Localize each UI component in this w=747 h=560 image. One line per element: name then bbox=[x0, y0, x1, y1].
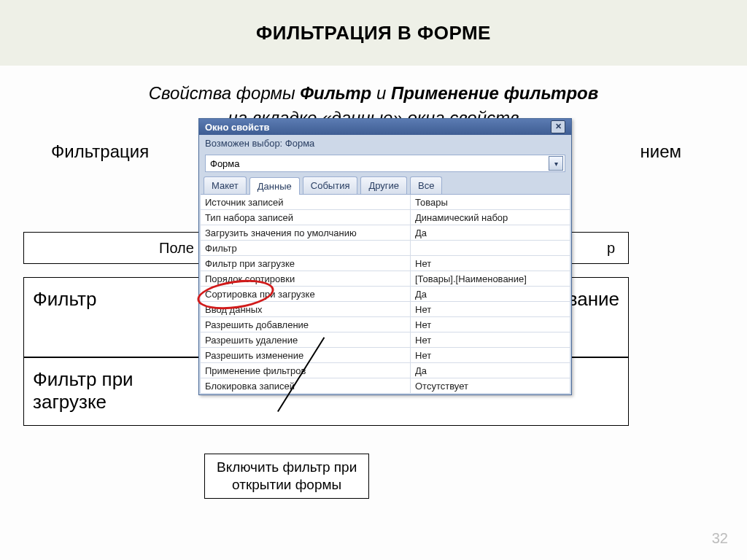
callout-box: Включить фильтр при открытии формы bbox=[204, 454, 369, 499]
property-row[interactable]: Блокировка записейОтсутствует bbox=[201, 378, 570, 393]
tab-события[interactable]: События bbox=[303, 176, 358, 194]
bg-header-cell-right: р bbox=[607, 240, 615, 257]
property-value[interactable]: Да bbox=[411, 289, 570, 300]
intro-text: Свойства формы bbox=[149, 83, 301, 103]
window-titlebar[interactable]: Окно свойств ✕ bbox=[199, 119, 571, 135]
intro-line-1: Свойства формы Фильтр и Применение фильт… bbox=[0, 83, 747, 104]
chevron-down-icon[interactable]: ▾ bbox=[549, 156, 563, 171]
property-value[interactable]: Нет bbox=[411, 319, 570, 330]
property-key: Блокировка записей bbox=[201, 378, 411, 393]
property-key: Разрешить удаление bbox=[201, 332, 411, 347]
object-selector-combo[interactable]: Форма ▾ bbox=[205, 155, 565, 172]
property-value[interactable]: Нет bbox=[411, 258, 570, 269]
property-key: Разрешить изменение bbox=[201, 348, 411, 362]
bg-row-right: вание bbox=[568, 288, 619, 311]
property-key: Разрешить добавление bbox=[201, 317, 411, 332]
property-row[interactable]: Применение фильтровДа bbox=[201, 363, 570, 378]
property-row[interactable]: Сортировка при загрузкеДа bbox=[201, 287, 570, 302]
combo-value: Форма bbox=[210, 158, 240, 169]
property-key: Ввод данных bbox=[201, 302, 411, 316]
property-value[interactable]: Да bbox=[411, 228, 570, 238]
property-row[interactable]: Разрешить удалениеНет bbox=[201, 332, 570, 348]
property-value[interactable]: Динамический набор bbox=[411, 212, 570, 223]
property-value[interactable]: Товары bbox=[411, 197, 570, 208]
property-value[interactable]: [Товары].[Наименование] bbox=[411, 273, 570, 284]
property-key: Фильтр при загрузке bbox=[201, 256, 411, 271]
bg-row-label: Фильтр при загрузке bbox=[33, 368, 193, 413]
property-row[interactable]: Разрешить изменениеНет bbox=[201, 348, 570, 363]
window-title: Окно свойств bbox=[205, 122, 270, 133]
property-key: Загрузить значения по умолчанию bbox=[201, 225, 411, 240]
intro-text: и bbox=[371, 83, 391, 103]
intro-text-left: Фильтрация bbox=[51, 141, 149, 162]
intro-bold-filter: Фильтр bbox=[300, 83, 371, 103]
property-value[interactable]: Нет bbox=[411, 304, 570, 315]
slide-title: ФИЛЬТРАЦИЯ В ФОРМЕ bbox=[256, 22, 491, 44]
callout-text-line1: Включить фильтр при bbox=[217, 459, 357, 476]
tab-все[interactable]: Все bbox=[410, 176, 442, 194]
bg-header-cell: Поле bbox=[159, 240, 194, 257]
properties-window: Окно свойств ✕ Возможен выбор: Форма Фор… bbox=[198, 118, 572, 395]
property-value[interactable]: Отсутствует bbox=[411, 381, 570, 392]
property-key: Источник записей bbox=[201, 195, 411, 209]
property-key: Сортировка при загрузке bbox=[201, 287, 411, 301]
property-key: Фильтр bbox=[201, 241, 411, 255]
property-value[interactable]: Да bbox=[411, 365, 570, 376]
tab-другие[interactable]: Другие bbox=[360, 176, 407, 194]
window-subtitle: Возможен выбор: Форма bbox=[199, 135, 571, 152]
intro-bold-apply-filters: Применение фильтров bbox=[391, 83, 598, 103]
property-row[interactable]: Источник записейТовары bbox=[201, 195, 570, 210]
property-row[interactable]: Тип набора записейДинамический набор bbox=[201, 210, 570, 225]
tab-данные[interactable]: Данные bbox=[249, 177, 300, 195]
property-value[interactable]: Нет bbox=[411, 335, 570, 346]
properties-grid: Источник записейТоварыТип набора записей… bbox=[201, 194, 570, 393]
page-number: 32 bbox=[712, 530, 728, 547]
slide-title-bar: ФИЛЬТРАЦИЯ В ФОРМЕ bbox=[0, 0, 747, 66]
tab-strip: МакетДанныеСобытияДругиеВсе bbox=[199, 176, 571, 194]
property-row[interactable]: Порядок сортировки[Товары].[Наименование… bbox=[201, 271, 570, 287]
bg-row-label: Фильтр bbox=[33, 288, 96, 311]
property-row[interactable]: Загрузить значения по умолчаниюДа bbox=[201, 225, 570, 241]
property-row[interactable]: Разрешить добавлениеНет bbox=[201, 317, 570, 332]
property-row[interactable]: Фильтр bbox=[201, 241, 570, 256]
property-key: Тип набора записей bbox=[201, 210, 411, 225]
intro-text-right: нием bbox=[640, 141, 681, 162]
property-row[interactable]: Ввод данныхНет bbox=[201, 302, 570, 317]
property-key: Порядок сортировки bbox=[201, 271, 411, 286]
callout-text-line2: открытии формы bbox=[217, 476, 357, 494]
close-icon[interactable]: ✕ bbox=[551, 120, 565, 133]
tab-макет[interactable]: Макет bbox=[204, 176, 247, 194]
property-row[interactable]: Фильтр при загрузкеНет bbox=[201, 256, 570, 271]
property-value[interactable]: Нет bbox=[411, 350, 570, 361]
